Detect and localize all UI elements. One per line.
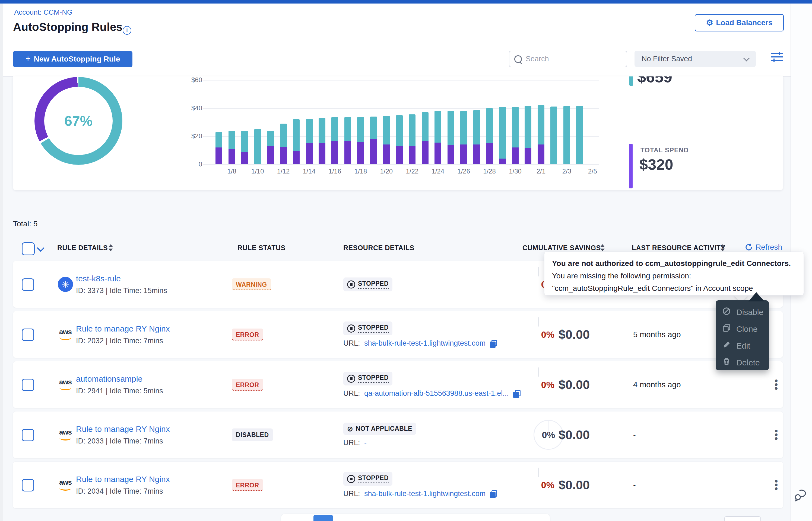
context-menu-item-clone[interactable]: Clone: [722, 324, 757, 334]
savings-segment: [550, 107, 557, 164]
refresh-button[interactable]: Refresh: [745, 243, 782, 252]
row-checkbox[interactable]: [22, 329, 34, 341]
not-applicable-icon: ⊘: [347, 425, 353, 432]
rule-status-badge[interactable]: ERROR: [232, 479, 263, 491]
row-checkbox[interactable]: [22, 429, 34, 441]
context-menu-item-disable[interactable]: Disable: [722, 307, 764, 317]
resource-state-badge[interactable]: STOPPED: [343, 472, 392, 486]
stacked-bar[interactable]: [460, 111, 467, 164]
resource-url-link[interactable]: qa-automation-alb-515563988.us-east-1.el…: [364, 389, 509, 398]
rule-meta: ID: 3373 | Idle Time: 15mins: [76, 287, 167, 295]
row-options-kebab-icon[interactable]: •••: [771, 429, 782, 440]
select-menu-chevron-icon[interactable]: [37, 244, 44, 252]
stacked-bar[interactable]: [448, 111, 454, 164]
savings-value: $0.00: [558, 428, 590, 442]
row-options-kebab-icon[interactable]: •••: [771, 379, 782, 390]
stacked-bar[interactable]: [538, 105, 544, 164]
stacked-bar[interactable]: [422, 112, 429, 164]
resource-url-link[interactable]: -: [364, 438, 367, 447]
copy-icon[interactable]: [490, 340, 496, 347]
rule-name-link[interactable]: Rule to manage RY Nginx: [76, 475, 170, 484]
stacked-bar[interactable]: [344, 117, 351, 164]
stacked-bar[interactable]: [215, 132, 222, 164]
row-checkbox[interactable]: [22, 479, 34, 492]
x-axis-tick-label: [316, 167, 328, 175]
stacked-bar[interactable]: [473, 110, 480, 164]
stacked-bar[interactable]: [293, 119, 300, 164]
row-options-kebab-icon[interactable]: •••: [771, 479, 782, 491]
stacked-bar[interactable]: [280, 123, 287, 164]
resource-url-link[interactable]: sha-bulk-rule-test-1.lightwingtest.com: [364, 339, 486, 347]
pagination-current-page-button[interactable]: [314, 515, 333, 521]
savings-segment: [396, 115, 403, 146]
copy-icon[interactable]: [513, 390, 520, 397]
rule-name-link[interactable]: automationsample: [76, 375, 163, 384]
spend-segment: [448, 145, 454, 164]
x-axis-tick-label: 2/5: [586, 167, 599, 175]
saved-filter-dropdown[interactable]: No Filter Saved: [635, 51, 756, 67]
savings-percent-label: 67%: [35, 77, 122, 165]
stacked-bar[interactable]: [229, 131, 235, 164]
select-all-checkbox[interactable]: [22, 242, 35, 255]
stacked-bar[interactable]: [563, 106, 570, 164]
context-menu-item-delete[interactable]: Delete: [722, 357, 760, 368]
breadcrumb-account[interactable]: Account: CCM-NG: [14, 8, 72, 17]
spend-segment: [357, 142, 364, 164]
savings-segment: [576, 106, 583, 164]
rule-status-badge[interactable]: ERROR: [232, 379, 263, 391]
resource-url-link[interactable]: sha-bulk-rule-test-1.lightwingtest.com: [364, 490, 486, 498]
load-balancers-button[interactable]: ⚙ Load Balancers: [695, 14, 784, 31]
rule-status-badge[interactable]: ERROR: [232, 329, 263, 340]
rule-status-badge[interactable]: WARNING: [232, 278, 271, 290]
stacked-bar[interactable]: [525, 106, 531, 164]
resource-state-badge[interactable]: STOPPED: [343, 372, 392, 385]
stacked-bar[interactable]: [499, 107, 506, 164]
spend-segment: [525, 148, 531, 164]
resource-state-badge[interactable]: STOPPED: [343, 277, 392, 291]
savings-segment: [499, 107, 506, 159]
stacked-bar[interactable]: [370, 117, 377, 164]
stacked-bar[interactable]: [357, 117, 364, 164]
stacked-bar[interactable]: [383, 116, 390, 164]
stacked-bar[interactable]: [306, 119, 313, 164]
filter-panel-icon[interactable]: [771, 51, 783, 62]
rule-name-link[interactable]: Rule to manage RY Nginx: [76, 324, 170, 334]
rule-name-link[interactable]: Rule to manage RY Nginx: [76, 425, 170, 434]
info-icon[interactable]: i: [123, 26, 131, 35]
stacked-bar[interactable]: [267, 131, 274, 164]
stacked-bar[interactable]: [332, 117, 338, 164]
chat-help-icon[interactable]: [794, 488, 809, 503]
savings-segment: [267, 131, 274, 146]
spend-segment: [409, 146, 415, 164]
stacked-bar[interactable]: [434, 111, 441, 164]
resource-state-badge[interactable]: ⊘NOT APPLICABLE: [343, 423, 416, 435]
context-menu-item-label: Edit: [736, 341, 750, 350]
search-input[interactable]: Search: [509, 51, 627, 67]
sort-icon[interactable]: [600, 244, 605, 251]
stacked-bar[interactable]: [486, 108, 493, 164]
savings-value: $0.00: [558, 478, 590, 492]
stacked-bar[interactable]: [550, 107, 557, 164]
new-autostopping-rule-button[interactable]: + New AutoStopping Rule: [13, 51, 132, 67]
x-axis-tick-label: 1/22: [406, 167, 419, 175]
stacked-bar[interactable]: [576, 106, 583, 164]
context-menu-item-edit[interactable]: Edit: [722, 340, 750, 351]
stacked-bar[interactable]: [319, 118, 325, 164]
bottom-secondary-button[interactable]: [724, 516, 761, 521]
stacked-bar[interactable]: [254, 129, 261, 164]
row-checkbox[interactable]: [22, 379, 34, 391]
rule-status-badge[interactable]: DISABLED: [232, 429, 273, 441]
row-checkbox[interactable]: [22, 278, 34, 291]
stacked-bar[interactable]: [396, 115, 403, 164]
stacked-bar[interactable]: [409, 114, 415, 164]
savings-segment: [563, 106, 570, 164]
x-axis-tick-label: 1/16: [328, 167, 341, 175]
sort-icon[interactable]: [109, 244, 113, 251]
rule-name-link[interactable]: test-k8s-rule: [76, 274, 167, 283]
stacked-bar[interactable]: [512, 107, 519, 164]
sort-icon[interactable]: [721, 244, 725, 251]
copy-icon[interactable]: [490, 490, 496, 497]
stacked-bar[interactable]: [241, 131, 248, 164]
resource-state-badge[interactable]: STOPPED: [343, 321, 392, 335]
bar-chart-x-axis: 1/81/101/121/141/161/181/201/221/241/261…: [213, 167, 599, 175]
